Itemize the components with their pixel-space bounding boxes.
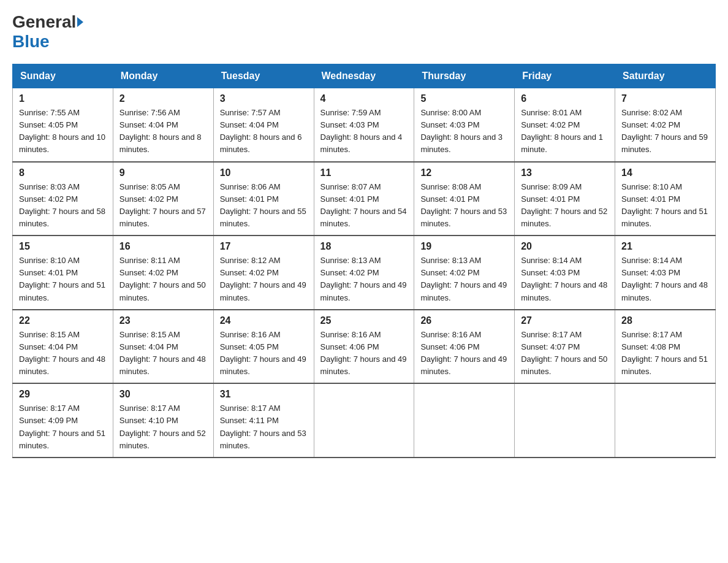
calendar-cell: 18 Sunrise: 8:13 AM Sunset: 4:02 PM Dayl… xyxy=(314,236,414,310)
day-number: 2 xyxy=(119,93,207,104)
calendar-cell: 20 Sunrise: 8:14 AM Sunset: 4:03 PM Dayl… xyxy=(515,236,615,310)
calendar-cell: 7 Sunrise: 8:02 AM Sunset: 4:02 PM Dayli… xyxy=(615,88,716,162)
page-header: General Blue xyxy=(12,12,716,52)
calendar-cell: 4 Sunrise: 7:59 AM Sunset: 4:03 PM Dayli… xyxy=(314,88,414,162)
calendar-cell: 8 Sunrise: 8:03 AM Sunset: 4:02 PM Dayli… xyxy=(13,162,113,236)
day-number: 28 xyxy=(621,315,709,326)
day-number: 18 xyxy=(320,241,408,252)
calendar-cell: 13 Sunrise: 8:09 AM Sunset: 4:01 PM Dayl… xyxy=(515,162,615,236)
day-number: 8 xyxy=(19,167,107,178)
day-number: 30 xyxy=(119,389,207,400)
day-info: Sunrise: 8:11 AM Sunset: 4:02 PM Dayligh… xyxy=(119,255,207,304)
day-number: 9 xyxy=(119,167,207,178)
day-header-thursday: Thursday xyxy=(414,64,515,88)
day-info: Sunrise: 8:14 AM Sunset: 4:03 PM Dayligh… xyxy=(521,255,609,304)
day-info: Sunrise: 8:17 AM Sunset: 4:07 PM Dayligh… xyxy=(521,329,609,378)
day-number: 26 xyxy=(420,315,508,326)
calendar-week-row: 1 Sunrise: 7:55 AM Sunset: 4:05 PM Dayli… xyxy=(13,88,716,162)
day-number: 1 xyxy=(19,93,107,104)
calendar-cell: 6 Sunrise: 8:01 AM Sunset: 4:02 PM Dayli… xyxy=(515,88,615,162)
day-info: Sunrise: 8:17 AM Sunset: 4:08 PM Dayligh… xyxy=(621,329,709,378)
calendar-cell: 24 Sunrise: 8:16 AM Sunset: 4:05 PM Dayl… xyxy=(213,310,314,384)
day-number: 23 xyxy=(119,315,207,326)
day-info: Sunrise: 8:00 AM Sunset: 4:03 PM Dayligh… xyxy=(420,107,508,156)
calendar-cell: 1 Sunrise: 7:55 AM Sunset: 4:05 PM Dayli… xyxy=(13,88,113,162)
calendar-cell: 23 Sunrise: 8:15 AM Sunset: 4:04 PM Dayl… xyxy=(113,310,213,384)
day-info: Sunrise: 8:10 AM Sunset: 4:01 PM Dayligh… xyxy=(621,181,709,231)
day-number: 31 xyxy=(220,389,308,400)
day-info: Sunrise: 8:15 AM Sunset: 4:04 PM Dayligh… xyxy=(119,329,207,378)
day-number: 12 xyxy=(420,167,508,178)
logo-blue-text: Blue xyxy=(12,32,50,52)
logo-arrow-icon xyxy=(77,17,83,27)
day-info: Sunrise: 8:06 AM Sunset: 4:01 PM Dayligh… xyxy=(220,181,308,231)
calendar-cell: 14 Sunrise: 8:10 AM Sunset: 4:01 PM Dayl… xyxy=(615,162,716,236)
day-number: 15 xyxy=(19,241,107,252)
day-header-sunday: Sunday xyxy=(13,64,113,88)
day-info: Sunrise: 8:16 AM Sunset: 4:06 PM Dayligh… xyxy=(420,329,508,378)
calendar-cell: 10 Sunrise: 8:06 AM Sunset: 4:01 PM Dayl… xyxy=(213,162,314,236)
day-info: Sunrise: 8:02 AM Sunset: 4:02 PM Dayligh… xyxy=(621,107,709,156)
day-number: 5 xyxy=(420,93,508,104)
day-number: 19 xyxy=(420,241,508,252)
day-info: Sunrise: 8:12 AM Sunset: 4:02 PM Dayligh… xyxy=(220,255,308,304)
calendar-cell: 28 Sunrise: 8:17 AM Sunset: 4:08 PM Dayl… xyxy=(615,310,716,384)
day-info: Sunrise: 7:57 AM Sunset: 4:04 PM Dayligh… xyxy=(220,107,308,156)
calendar-cell: 9 Sunrise: 8:05 AM Sunset: 4:02 PM Dayli… xyxy=(113,162,213,236)
calendar-cell: 19 Sunrise: 8:13 AM Sunset: 4:02 PM Dayl… xyxy=(414,236,515,310)
calendar-week-row: 22 Sunrise: 8:15 AM Sunset: 4:04 PM Dayl… xyxy=(13,310,716,384)
day-number: 11 xyxy=(320,167,408,178)
day-info: Sunrise: 8:07 AM Sunset: 4:01 PM Dayligh… xyxy=(320,181,408,231)
day-number: 25 xyxy=(320,315,408,326)
day-info: Sunrise: 8:15 AM Sunset: 4:04 PM Dayligh… xyxy=(19,329,107,378)
calendar-cell: 26 Sunrise: 8:16 AM Sunset: 4:06 PM Dayl… xyxy=(414,310,515,384)
day-number: 7 xyxy=(621,93,709,104)
calendar-week-row: 29 Sunrise: 8:17 AM Sunset: 4:09 PM Dayl… xyxy=(13,383,716,458)
day-header-friday: Friday xyxy=(515,64,615,88)
day-number: 13 xyxy=(521,167,609,178)
day-info: Sunrise: 7:59 AM Sunset: 4:03 PM Dayligh… xyxy=(320,107,408,156)
day-number: 4 xyxy=(320,93,408,104)
day-info: Sunrise: 8:05 AM Sunset: 4:02 PM Dayligh… xyxy=(119,181,207,231)
calendar-cell xyxy=(515,383,615,458)
day-info: Sunrise: 8:17 AM Sunset: 4:09 PM Dayligh… xyxy=(19,402,107,452)
calendar-cell: 12 Sunrise: 8:08 AM Sunset: 4:01 PM Dayl… xyxy=(414,162,515,236)
calendar-cell: 27 Sunrise: 8:17 AM Sunset: 4:07 PM Dayl… xyxy=(515,310,615,384)
day-number: 16 xyxy=(119,241,207,252)
day-info: Sunrise: 8:08 AM Sunset: 4:01 PM Dayligh… xyxy=(420,181,508,231)
day-header-tuesday: Tuesday xyxy=(213,64,314,88)
calendar-week-row: 15 Sunrise: 8:10 AM Sunset: 4:01 PM Dayl… xyxy=(13,236,716,310)
day-number: 3 xyxy=(220,93,308,104)
calendar-cell: 5 Sunrise: 8:00 AM Sunset: 4:03 PM Dayli… xyxy=(414,88,515,162)
calendar-cell: 22 Sunrise: 8:15 AM Sunset: 4:04 PM Dayl… xyxy=(13,310,113,384)
logo-general-text: General xyxy=(12,12,76,32)
day-info: Sunrise: 8:13 AM Sunset: 4:02 PM Dayligh… xyxy=(320,255,408,304)
day-info: Sunrise: 8:17 AM Sunset: 4:10 PM Dayligh… xyxy=(119,402,207,452)
day-info: Sunrise: 7:55 AM Sunset: 4:05 PM Dayligh… xyxy=(19,107,107,156)
calendar-table: SundayMondayTuesdayWednesdayThursdayFrid… xyxy=(12,64,716,458)
calendar-cell: 11 Sunrise: 8:07 AM Sunset: 4:01 PM Dayl… xyxy=(314,162,414,236)
day-info: Sunrise: 8:14 AM Sunset: 4:03 PM Dayligh… xyxy=(621,255,709,304)
day-info: Sunrise: 8:03 AM Sunset: 4:02 PM Dayligh… xyxy=(19,181,107,231)
day-header-saturday: Saturday xyxy=(615,64,716,88)
day-number: 14 xyxy=(621,167,709,178)
calendar-cell xyxy=(414,383,515,458)
day-header-monday: Monday xyxy=(113,64,213,88)
day-number: 22 xyxy=(19,315,107,326)
calendar-cell xyxy=(615,383,716,458)
day-info: Sunrise: 7:56 AM Sunset: 4:04 PM Dayligh… xyxy=(119,107,207,156)
calendar-cell: 16 Sunrise: 8:11 AM Sunset: 4:02 PM Dayl… xyxy=(113,236,213,310)
day-number: 17 xyxy=(220,241,308,252)
calendar-cell: 30 Sunrise: 8:17 AM Sunset: 4:10 PM Dayl… xyxy=(113,383,213,458)
calendar-cell: 17 Sunrise: 8:12 AM Sunset: 4:02 PM Dayl… xyxy=(213,236,314,310)
day-number: 27 xyxy=(521,315,609,326)
calendar-week-row: 8 Sunrise: 8:03 AM Sunset: 4:02 PM Dayli… xyxy=(13,162,716,236)
calendar-cell: 21 Sunrise: 8:14 AM Sunset: 4:03 PM Dayl… xyxy=(615,236,716,310)
calendar-cell: 3 Sunrise: 7:57 AM Sunset: 4:04 PM Dayli… xyxy=(213,88,314,162)
calendar-cell: 15 Sunrise: 8:10 AM Sunset: 4:01 PM Dayl… xyxy=(13,236,113,310)
calendar-cell xyxy=(314,383,414,458)
day-info: Sunrise: 8:01 AM Sunset: 4:02 PM Dayligh… xyxy=(521,107,609,156)
calendar-cell: 31 Sunrise: 8:17 AM Sunset: 4:11 PM Dayl… xyxy=(213,383,314,458)
day-info: Sunrise: 8:17 AM Sunset: 4:11 PM Dayligh… xyxy=(220,402,308,452)
calendar-cell: 25 Sunrise: 8:16 AM Sunset: 4:06 PM Dayl… xyxy=(314,310,414,384)
